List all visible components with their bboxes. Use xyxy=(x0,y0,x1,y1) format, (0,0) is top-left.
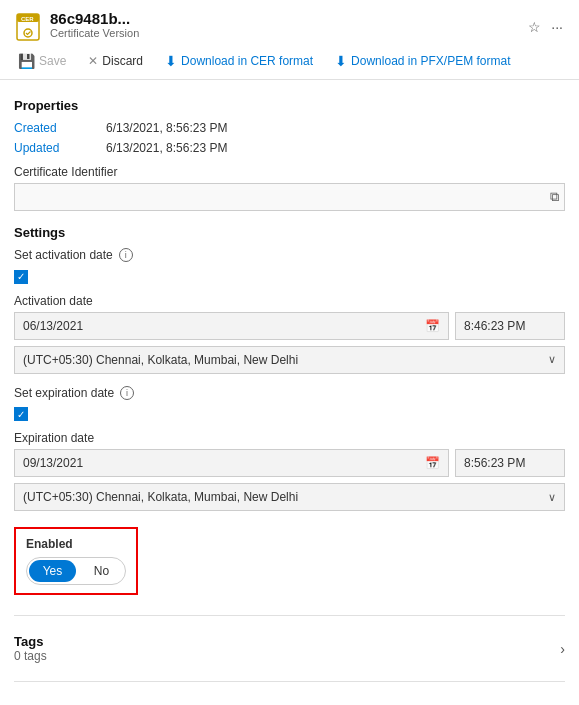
tags-count: 0 tags xyxy=(14,649,47,663)
enabled-toggle-group[interactable]: Yes No xyxy=(26,557,126,585)
download-cer-button[interactable]: ⬇ Download in CER format xyxy=(161,51,317,71)
created-label[interactable]: Created xyxy=(14,121,94,135)
created-value: 6/13/2021, 8:56:23 PM xyxy=(106,121,227,135)
more-options-icon[interactable]: ··· xyxy=(549,17,565,37)
cert-identifier-wrap: ⧉ xyxy=(14,183,565,211)
enabled-section: Enabled Yes No xyxy=(14,527,138,595)
set-activation-label: Set activation date xyxy=(14,248,113,262)
activation-checkbox[interactable] xyxy=(14,270,28,284)
expiration-time-value: 8:56:23 PM xyxy=(464,456,525,470)
updated-value: 6/13/2021, 8:56:23 PM xyxy=(106,141,227,155)
tags-label: Tags xyxy=(14,634,47,649)
activation-time-field[interactable]: 8:46:23 PM xyxy=(455,312,565,340)
settings-section-title: Settings xyxy=(14,225,565,240)
activation-info-icon[interactable]: i xyxy=(119,248,133,262)
updated-label[interactable]: Updated xyxy=(14,141,94,155)
cert-identifier-label: Certificate Identifier xyxy=(14,165,565,179)
expiration-date-label: Expiration date xyxy=(14,431,565,445)
section-divider xyxy=(14,615,565,616)
tags-section[interactable]: Tags 0 tags › xyxy=(14,624,565,673)
set-expiration-label: Set expiration date xyxy=(14,386,114,400)
activation-timezone-chevron: ∨ xyxy=(548,353,556,366)
toolbar: 💾 Save ✕ Discard ⬇ Download in CER forma… xyxy=(0,47,579,80)
enabled-label: Enabled xyxy=(26,537,126,551)
expiration-date-field[interactable]: 09/13/2021 📅 xyxy=(14,449,449,477)
expiration-date-value: 09/13/2021 xyxy=(23,456,83,470)
activation-timezone-value: (UTC+05:30) Chennai, Kolkata, Mumbai, Ne… xyxy=(23,353,298,367)
activation-time-value: 8:46:23 PM xyxy=(464,319,525,333)
expiration-date-row: 09/13/2021 📅 8:56:23 PM xyxy=(14,449,565,477)
certificate-icon: CER xyxy=(14,13,42,41)
discard-icon: ✕ xyxy=(88,54,98,68)
tags-content: Tags 0 tags xyxy=(14,634,47,663)
expiration-timezone-dropdown[interactable]: (UTC+05:30) Chennai, Kolkata, Mumbai, Ne… xyxy=(14,483,565,511)
save-button[interactable]: 💾 Save xyxy=(14,51,70,71)
expiration-timezone-chevron: ∨ xyxy=(548,491,556,504)
expiration-time-field[interactable]: 8:56:23 PM xyxy=(455,449,565,477)
enabled-yes-button[interactable]: Yes xyxy=(29,560,76,582)
activation-date-row: 06/13/2021 📅 8:46:23 PM xyxy=(14,312,565,340)
header-action-group: ☆ ··· xyxy=(526,17,565,37)
expiration-calendar-icon[interactable]: 📅 xyxy=(425,456,440,470)
set-activation-row: Set activation date i xyxy=(14,248,565,262)
copy-icon[interactable]: ⧉ xyxy=(550,189,559,205)
activation-date-value: 06/13/2021 xyxy=(23,319,83,333)
discard-button[interactable]: ✕ Discard xyxy=(84,52,147,70)
tags-bottom-divider xyxy=(14,681,565,682)
content-area: Properties Created 6/13/2021, 8:56:23 PM… xyxy=(0,80,579,700)
page-subtitle: Certificate Version xyxy=(50,27,518,43)
expiration-info-icon[interactable]: i xyxy=(120,386,134,400)
expiration-checkbox[interactable] xyxy=(14,407,28,421)
activation-checkbox-wrap xyxy=(14,268,565,284)
activation-date-field[interactable]: 06/13/2021 📅 xyxy=(14,312,449,340)
expiration-checkbox-wrap xyxy=(14,406,565,422)
set-expiration-row: Set expiration date i xyxy=(14,386,565,400)
activation-calendar-icon[interactable]: 📅 xyxy=(425,319,440,333)
download-pfx-icon: ⬇ xyxy=(335,53,347,69)
created-row: Created 6/13/2021, 8:56:23 PM xyxy=(14,121,565,135)
expiration-timezone-value: (UTC+05:30) Chennai, Kolkata, Mumbai, Ne… xyxy=(23,490,298,504)
cert-identifier-input[interactable] xyxy=(14,183,565,211)
activation-timezone-dropdown[interactable]: (UTC+05:30) Chennai, Kolkata, Mumbai, Ne… xyxy=(14,346,565,374)
tags-chevron-icon: › xyxy=(560,641,565,657)
svg-text:CER: CER xyxy=(21,16,34,22)
updated-row: Updated 6/13/2021, 8:56:23 PM xyxy=(14,141,565,155)
download-cer-icon: ⬇ xyxy=(165,53,177,69)
properties-section-title: Properties xyxy=(14,98,565,113)
pin-icon[interactable]: ☆ xyxy=(526,17,543,37)
page-header: CER 86c9481b... Certificate Version ☆ ··… xyxy=(0,0,579,47)
save-icon: 💾 xyxy=(18,53,35,69)
page-title: 86c9481b... xyxy=(50,10,518,27)
activation-date-label: Activation date xyxy=(14,294,565,308)
enabled-no-button[interactable]: No xyxy=(78,558,125,584)
download-pfx-button[interactable]: ⬇ Download in PFX/PEM format xyxy=(331,51,514,71)
